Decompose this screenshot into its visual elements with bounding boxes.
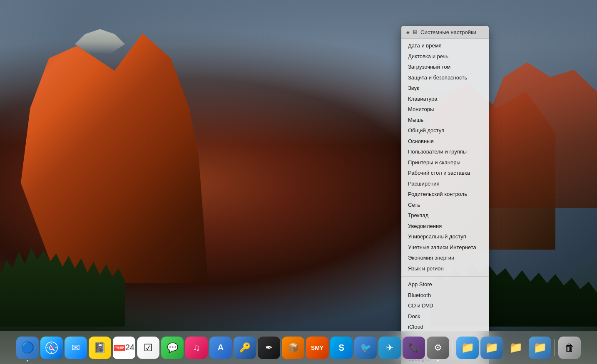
folder1-icon: 📁 — [461, 341, 474, 354]
dock-item-trash[interactable]: 🗑 — [558, 337, 581, 359]
menu-item-printers[interactable]: Принтеры и сканеры — [401, 157, 489, 168]
trash-icon: 🗑 — [565, 342, 575, 354]
dock-item-viber[interactable]: 📞 — [403, 337, 425, 359]
itunes-icon: ♫ — [193, 342, 200, 353]
dock-item-folder3[interactable]: 📁 — [505, 337, 527, 359]
menu-item-parental[interactable]: Родительский контроль — [401, 189, 489, 200]
dock-item-itunes[interactable]: ♫ — [185, 337, 208, 359]
menu-item-monitors[interactable]: Мониторы — [401, 104, 489, 115]
menu-item-language[interactable]: Язык и регион — [401, 263, 489, 274]
menu-divider-1 — [401, 276, 489, 277]
dock-item-folder1[interactable]: 📁 — [456, 337, 479, 359]
dock-item-inkscape[interactable]: ✒ — [258, 337, 280, 359]
skype-icon: S — [338, 342, 345, 353]
menu-item-dictation[interactable]: Диктовка и речь — [401, 51, 489, 62]
notes-icon: 📓 — [94, 342, 106, 354]
telegram-icon: ✈ — [386, 342, 393, 353]
messages-icon: 💬 — [167, 342, 178, 353]
menu-item-desktop[interactable]: Рабочий стол и заставка — [401, 168, 489, 178]
dock-item-twitterrific[interactable]: 🐦 — [354, 337, 377, 359]
viber-icon: 📞 — [408, 342, 420, 353]
calendar-month: ФЕВР — [114, 346, 124, 349]
appstore-icon: A — [218, 343, 224, 352]
menu-item-datetime[interactable]: Дата и время — [401, 40, 489, 51]
dock-item-1password[interactable]: 🔑 — [234, 337, 256, 359]
sysprefs-icon: ⚙ — [434, 342, 442, 353]
finder-icon: 🔵 — [21, 341, 34, 354]
menu-item-security[interactable]: Защита и безопасность — [401, 72, 489, 83]
context-menu-header: ◆ 🖥 Системные настройки — [401, 26, 489, 39]
mail-icon: ✉ — [72, 342, 80, 354]
menu-item-users[interactable]: Пользователи и группы — [401, 146, 489, 157]
dock-item-calendar[interactable]: ФЕВР 24 — [113, 337, 135, 359]
diamond-icon: ◆ — [406, 30, 410, 35]
dock-item-folder2[interactable]: 📁 — [480, 337, 503, 359]
menu-item-keyboard[interactable]: Клавиатура — [401, 94, 489, 104]
menu-item-appstore[interactable]: App Store — [401, 279, 489, 290]
context-menu: ◆ 🖥 Системные настройки Дата и время Дик… — [401, 26, 489, 364]
dock-item-telegram[interactable]: ✈ — [378, 337, 401, 359]
menu-item-energy[interactable]: Экономия энергии — [401, 253, 489, 263]
context-menu-system-section: Дата и время Диктовка и речь Загрузочный… — [401, 39, 489, 275]
dock-item-finder[interactable]: 🔵 — [16, 337, 39, 359]
menu-item-startup[interactable]: Загрузочный том — [401, 62, 489, 72]
menu-item-mouse[interactable]: Мышь — [401, 115, 489, 126]
dock-item-safari[interactable] — [40, 337, 63, 359]
menu-item-bluetooth[interactable]: Bluetooth — [401, 290, 489, 301]
dock-item-folder4[interactable]: 📁 — [529, 337, 551, 359]
twitterrific-icon: 🐦 — [360, 342, 371, 353]
menu-item-notifications[interactable]: Уведомления — [401, 221, 489, 232]
menu-item-extensions[interactable]: Расширения — [401, 178, 489, 189]
reminders-icon: ☑ — [144, 342, 153, 354]
dock-item-mail[interactable]: ✉ — [65, 337, 87, 359]
dock-separator-2 — [555, 339, 555, 356]
menu-item-dock[interactable]: Dock — [401, 311, 489, 322]
dock-separator — [453, 339, 453, 356]
menu-item-sound[interactable]: Звук — [401, 83, 489, 94]
folder2-icon: 📁 — [485, 341, 498, 354]
menu-item-accessibility[interactable]: Универсальный доступ — [401, 231, 489, 242]
dock-item-boxshot[interactable]: 📦 — [282, 337, 304, 359]
dock-item-smy[interactable]: SMY — [306, 337, 328, 359]
menu-item-sharing[interactable]: Общий доступ — [401, 125, 489, 136]
dock-item-messages[interactable]: 💬 — [161, 337, 184, 359]
menu-item-cddvd[interactable]: CD и DVD — [401, 300, 489, 311]
running-dot-sysprefs — [437, 360, 439, 362]
smy-label: SMY — [311, 344, 323, 351]
dock-item-sysprefs[interactable]: ⚙ — [427, 337, 449, 359]
safari-icon — [45, 341, 58, 354]
dock-item-skype[interactable]: S — [330, 337, 353, 359]
folder3-icon: 📁 — [509, 341, 522, 354]
desktop-background — [0, 0, 597, 364]
menu-item-internet[interactable]: Учетные записи Интернета — [401, 242, 489, 253]
menu-item-network[interactable]: Сеть — [401, 200, 489, 210]
dock-item-notes[interactable]: 📓 — [89, 337, 111, 359]
dock-item-reminders[interactable]: ☑ — [137, 337, 159, 359]
menu-item-trackpad[interactable]: Трекпад — [401, 210, 489, 221]
inkscape-icon: ✒ — [265, 342, 273, 353]
folder4-icon: 📁 — [533, 341, 547, 354]
1password-icon: 🔑 — [239, 342, 251, 353]
dock-item-appstore[interactable]: A — [209, 337, 232, 359]
sysprefs-icon: 🖥 — [412, 29, 418, 35]
context-menu-title: Системные настройки — [420, 29, 476, 35]
running-dot-finder — [27, 360, 28, 362]
menu-item-general[interactable]: Основные — [401, 136, 489, 147]
calendar-day: 24 — [125, 343, 134, 352]
boxshot-icon: 📦 — [288, 342, 299, 353]
dock: 🔵 ✉ 📓 ФЕВР 24 ☑ 💬 — [0, 331, 597, 364]
